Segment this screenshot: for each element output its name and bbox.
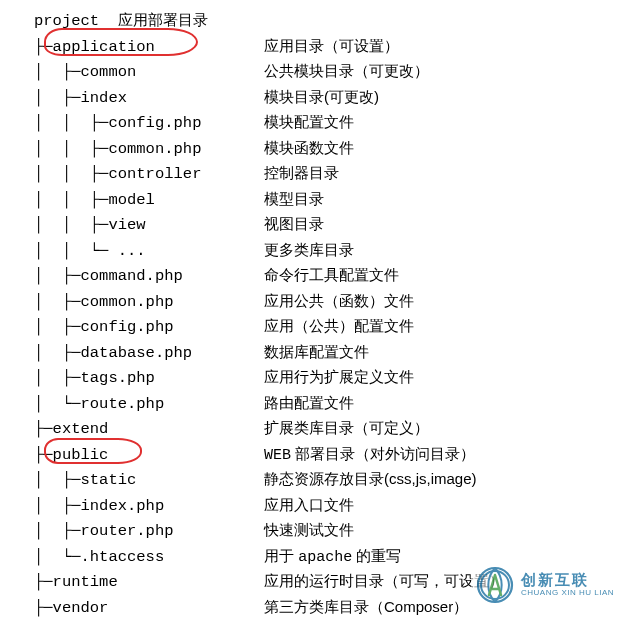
tree-desc: 应用（公共）配置文件 [264,314,414,338]
directory-tree: project 应用部署目录├─application应用目录（可设置）│ ├─… [0,0,629,620]
tree-node: │ └─route.php [34,392,264,417]
tree-desc: 更多类库目录 [264,238,354,262]
tree-desc: WEB 部署目录（对外访问目录） [264,442,475,468]
tree-row: │ ├─router.php快速测试文件 [34,518,629,544]
tree-desc: 模型目录 [264,187,324,211]
tree-row: │ │ ├─view视图目录 [34,212,629,238]
tree-node: │ ├─common [34,60,264,85]
tree-desc: 应用行为扩展定义文件 [264,365,414,389]
tree-row: │ └─route.php路由配置文件 [34,391,629,417]
tree-desc: 控制器目录 [264,161,339,185]
tree-node: │ ├─index.php [34,494,264,519]
tree-node: │ │ ├─common.php [34,137,264,162]
tree-row: │ │ ├─controller控制器目录 [34,161,629,187]
tree-node: │ ├─command.php [34,264,264,289]
tree-row: │ ├─index模块目录(可更改) [34,85,629,111]
logo-text-en: CHUANG XIN HU LIAN [521,589,614,598]
logo-text-cn: 创新互联 [521,572,614,589]
tree-row: │ ├─command.php命令行工具配置文件 [34,263,629,289]
tree-row: ├─publicWEB 部署目录（对外访问目录） [34,442,629,468]
tree-desc: 第三方类库目录（Composer） [264,595,468,619]
tree-desc: 应用部署目录 [118,8,208,32]
tree-node: │ │ ├─config.php [34,111,264,136]
tree-desc: 静态资源存放目录(css,js,image) [264,467,477,491]
tree-node: │ ├─tags.php [34,366,264,391]
tree-node: │ │ ├─view [34,213,264,238]
tree-desc: 模块函数文件 [264,136,354,160]
tree-desc: 模块配置文件 [264,110,354,134]
tree-node: ├─public [34,443,264,468]
tree-row: │ │ ├─model模型目录 [34,187,629,213]
tree-row: │ │ ├─config.php模块配置文件 [34,110,629,136]
tree-desc: 路由配置文件 [264,391,354,415]
tree-node: │ ├─index [34,86,264,111]
tree-desc: 快速测试文件 [264,518,354,542]
tree-node: │ ├─common.php [34,290,264,315]
tree-node: │ │ ├─model [34,188,264,213]
tree-node: ├─vendor [34,596,264,621]
tree-desc: 应用目录（可设置） [264,34,399,58]
tree-node: │ │ └─ ... [34,239,264,264]
tree-node: │ └─.htaccess [34,545,264,570]
tree-row: project 应用部署目录 [34,8,629,34]
tree-desc: 应用公共（函数）文件 [264,289,414,313]
tree-desc: 应用的运行时目录（可写，可设置） [264,569,504,593]
tree-row: │ ├─static静态资源存放目录(css,js,image) [34,467,629,493]
tree-row: ├─extend扩展类库目录（可定义） [34,416,629,442]
tree-row: │ │ ├─common.php模块函数文件 [34,136,629,162]
tree-desc: 模块目录(可更改) [264,85,379,109]
svg-point-0 [478,568,512,602]
tree-node: │ ├─config.php [34,315,264,340]
tree-desc: 命令行工具配置文件 [264,263,399,287]
tree-desc: 数据库配置文件 [264,340,369,364]
tree-desc: 公共模块目录（可更改） [264,59,429,83]
logo-icon [475,565,515,605]
tree-desc: 视图目录 [264,212,324,236]
tree-node: │ ├─router.php [34,519,264,544]
tree-desc: 扩展类库目录（可定义） [264,416,429,440]
tree-row: │ ├─database.php数据库配置文件 [34,340,629,366]
tree-row: │ ├─common.php应用公共（函数）文件 [34,289,629,315]
tree-row: │ │ └─ ...更多类库目录 [34,238,629,264]
tree-node: │ ├─static [34,468,264,493]
tree-node: ├─extend [34,417,264,442]
tree-row: │ ├─tags.php应用行为扩展定义文件 [34,365,629,391]
tree-row: │ ├─common公共模块目录（可更改） [34,59,629,85]
tree-node: ├─application [34,35,264,60]
tree-node: ├─runtime [34,570,264,595]
tree-node: project [34,9,118,34]
tree-row: ├─application应用目录（可设置） [34,34,629,60]
tree-node: │ ├─database.php [34,341,264,366]
watermark-logo: 创新互联 CHUANG XIN HU LIAN [471,559,629,611]
tree-desc: 用于 apache 的重写 [264,544,401,570]
tree-row: │ ├─config.php应用（公共）配置文件 [34,314,629,340]
tree-node: │ │ ├─controller [34,162,264,187]
tree-row: │ ├─index.php应用入口文件 [34,493,629,519]
tree-desc: 应用入口文件 [264,493,354,517]
